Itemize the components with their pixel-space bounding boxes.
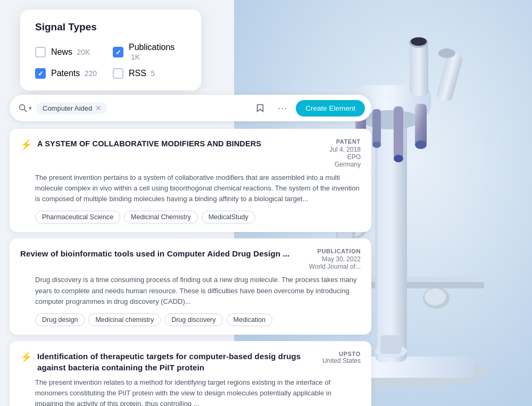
svg-point-28: [425, 288, 446, 305]
search-icon-wrap[interactable]: ▾: [18, 103, 32, 113]
tag-pharma-science[interactable]: Pharmaceutical Science: [35, 211, 120, 223]
news-label: News 20K: [51, 47, 90, 57]
search-tag-close-icon[interactable]: ✕: [95, 104, 102, 112]
result-card-3: ⚡ Identification of therapeutic targets …: [10, 341, 371, 406]
result-description-2: Drug discovery is a time consuming proce…: [35, 275, 361, 306]
search-actions: ··· Create Element: [251, 99, 365, 117]
signal-item-rss[interactable]: RSS 5: [113, 68, 186, 79]
result-title-3[interactable]: Identification of therapeutic targets fo…: [37, 351, 314, 373]
tag-medication[interactable]: Medication: [227, 313, 272, 326]
result-tags-1: Pharmaceutical Science Medicinal Chemist…: [35, 211, 361, 223]
svg-rect-18: [410, 43, 428, 96]
result-meta-date-2: May 30, 2022: [309, 255, 361, 263]
more-options-button[interactable]: ···: [273, 99, 292, 117]
signal-types-title: Signal Types: [35, 21, 186, 33]
tag-medical-study[interactable]: MedicalStudy: [202, 211, 255, 223]
create-element-button[interactable]: Create Element: [296, 100, 365, 117]
chevron-down-icon: ▾: [29, 105, 32, 112]
search-icon: [18, 103, 28, 113]
result-meta-type-2: PUBLICATION: [309, 248, 361, 254]
result-meta-source1-1: EPO: [329, 153, 361, 161]
result-title-1[interactable]: A SYSTEM OF COLLABORATIVE MODIFIERS AND …: [37, 138, 261, 149]
result-meta-2: PUBLICATION May 30, 2022 World Journal o…: [309, 248, 361, 270]
result-meta-type-3: UPSTO: [322, 351, 361, 357]
svg-point-22: [438, 48, 455, 58]
publications-label: Publications 1K: [129, 43, 186, 62]
signal-item-publications[interactable]: Publications 1K: [113, 43, 186, 62]
svg-point-31: [20, 105, 25, 110]
tag-drug-discovery[interactable]: Drug discovery: [164, 313, 222, 326]
result-title-wrap-1: ⚡ A SYSTEM OF COLLABORATIVE MODIFIERS AN…: [20, 138, 321, 151]
result-card-2: Review of bioinformatic tools used in Co…: [10, 238, 371, 334]
bookmark-icon: [255, 103, 265, 113]
result-meta-source1-2: World Journal of...: [309, 263, 361, 270]
signal-types-grid: News 20K Publications 1K Patents 220 RSS: [35, 43, 186, 79]
result-title-wrap-2: Review of bioinformatic tools used in Co…: [20, 248, 301, 259]
tag-medicinal-chemistry-2[interactable]: Medicinal chemistry: [88, 313, 161, 326]
lightning-icon-3: ⚡: [20, 351, 32, 363]
search-bar: ▾ Computer Aided ✕ ··· Create Element: [10, 95, 371, 121]
result-meta-type-1: PATENT: [329, 138, 361, 145]
tag-drug-design[interactable]: Drug design: [35, 313, 85, 326]
results-panel: ▾ Computer Aided ✕ ··· Create Element ⚡ …: [10, 95, 371, 406]
result-tags-2: Drug design Medicinal chemistry Drug dis…: [35, 313, 361, 326]
tag-medicinal-chemistry[interactable]: Medicinal Chemistry: [124, 211, 198, 223]
result-meta-3: UPSTO United States: [322, 351, 361, 364]
result-meta-source1-3: United States: [322, 357, 361, 364]
result-card-2-header: Review of bioinformatic tools used in Co…: [20, 248, 361, 270]
search-tag-text: Computer Aided: [43, 104, 92, 112]
signal-item-patents[interactable]: Patents 220: [35, 68, 109, 79]
result-card-1: ⚡ A SYSTEM OF COLLABORATIVE MODIFIERS AN…: [10, 129, 371, 232]
result-title-wrap-3: ⚡ Identification of therapeutic targets …: [20, 351, 314, 373]
rss-checkbox[interactable]: [113, 68, 123, 79]
result-meta-1: PATENT Jul 4, 2018 EPO Germany: [329, 138, 361, 168]
patents-label: Patents 220: [51, 69, 97, 78]
result-description-1: The present invention pertains to a syst…: [35, 172, 361, 204]
svg-line-32: [24, 110, 27, 112]
svg-point-13: [394, 155, 403, 162]
signal-item-news[interactable]: News 20K: [35, 43, 109, 62]
result-card-3-header: ⚡ Identification of therapeutic targets …: [20, 351, 361, 373]
publications-checkbox[interactable]: [113, 47, 123, 57]
signal-types-card: Signal Types News 20K Publications 1K Pa…: [20, 10, 201, 90]
news-checkbox[interactable]: [35, 47, 46, 57]
result-meta-source2-1: Germany: [329, 161, 361, 168]
search-tag[interactable]: Computer Aided ✕: [36, 102, 107, 114]
result-card-1-header: ⚡ A SYSTEM OF COLLABORATIVE MODIFIERS AN…: [20, 138, 361, 168]
svg-point-11: [415, 140, 427, 149]
result-description-3: The present invention relates to a metho…: [35, 377, 361, 406]
result-title-2[interactable]: Review of bioinformatic tools used in Co…: [20, 248, 289, 259]
svg-rect-14: [372, 109, 381, 146]
svg-rect-10: [415, 104, 427, 146]
lightning-icon-1: ⚡: [20, 139, 32, 151]
svg-rect-30: [380, 335, 402, 354]
svg-point-20: [411, 37, 427, 46]
rss-label: RSS 5: [129, 69, 155, 78]
patents-checkbox[interactable]: [35, 68, 46, 79]
svg-rect-12: [394, 106, 403, 160]
bookmark-button[interactable]: [251, 99, 269, 117]
svg-point-15: [372, 142, 381, 148]
result-meta-date-1: Jul 4, 2018: [329, 146, 361, 153]
